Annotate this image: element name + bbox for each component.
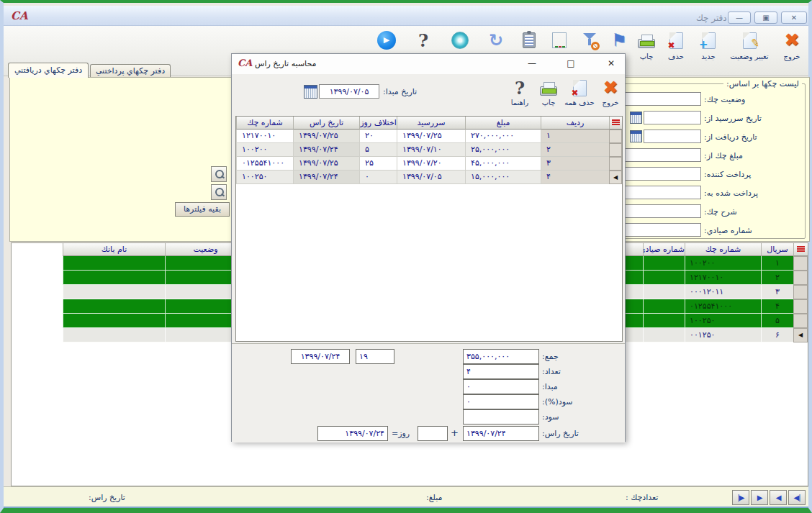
count-value[interactable] — [463, 364, 539, 379]
profit-percent-value[interactable] — [463, 394, 539, 409]
maximize-button[interactable]: ▣ — [754, 12, 777, 24]
row-selector[interactable] — [609, 130, 622, 143]
summary-days-box[interactable] — [356, 349, 394, 364]
amount-label: مبلغ: — [426, 493, 442, 502]
print-button[interactable]: چاپ — [633, 28, 660, 73]
origin-value[interactable] — [463, 379, 539, 394]
row-selector[interactable] — [793, 299, 808, 314]
check-amount-from-label: مبلغ چك از: — [704, 151, 805, 160]
nav-next-button[interactable]: ▶ — [751, 490, 768, 505]
profit-percent-label: سود(%): — [542, 397, 573, 407]
extra-days-box[interactable] — [418, 426, 448, 441]
profit-value[interactable] — [463, 409, 539, 425]
dialog-delete-all-button[interactable]: ✖ حذف همه — [563, 77, 596, 113]
filter-group-title: ليست چكها بر اساس: — [723, 79, 802, 88]
dialog-ras-date-label: تاريخ راس: — [542, 429, 579, 438]
dialog-print-button[interactable]: چاپ — [536, 77, 561, 113]
col-day-diff[interactable]: اختلاف روز — [359, 117, 397, 130]
ras-table-header: رديف مبلغ سررسيد اختلاف روز تاريخ راس شم… — [236, 117, 622, 130]
check-description-label: شرح چك: — [704, 207, 805, 217]
row-selector[interactable] — [609, 143, 622, 157]
refresh-icon — [489, 30, 503, 50]
tab-payable-checks[interactable]: دفتر چكهاي پرداختني — [90, 64, 171, 78]
cd-disc-icon — [451, 32, 469, 49]
exit-x-icon — [785, 31, 800, 50]
search-button-1[interactable] — [211, 166, 227, 182]
receive-date-from-field[interactable] — [644, 130, 701, 143]
dialog-help-button[interactable]: راهنما — [505, 77, 534, 113]
dialog-logo: CA — [238, 58, 252, 68]
origin-label: مبدا: — [542, 382, 558, 391]
dialog-minimize-button[interactable]: — — [520, 58, 544, 71]
delete-button[interactable]: ✖ حذف — [662, 28, 690, 73]
dialog-title: محاسبه تاريخ راس — [255, 59, 316, 68]
current-row-marker[interactable]: ◀ — [609, 171, 622, 184]
col-check-no[interactable]: شماره چك — [236, 117, 293, 130]
nav-first-button[interactable]: |◀ — [788, 490, 806, 505]
no-sign-icon — [591, 42, 600, 50]
dialog-title-bar: CA محاسبه تاريخ راس — □ ✕ — [232, 54, 625, 74]
delete-all-document-icon: ✖ — [573, 80, 587, 96]
app-logo: CA — [11, 9, 28, 22]
dialog-question-mark-icon — [515, 78, 525, 99]
row-selector[interactable] — [609, 157, 622, 171]
new-button[interactable]: + جديد — [692, 28, 725, 73]
row-selector[interactable] — [793, 271, 808, 285]
result-date-box[interactable] — [317, 426, 388, 441]
question-mark-icon — [418, 30, 428, 51]
payer-label: پرداخت كننده: — [704, 170, 805, 179]
plus-sign: + — [451, 427, 459, 438]
more-filters-button[interactable]: بقيه فيلترها — [175, 202, 230, 217]
check-count-label: تعدادچك : — [626, 493, 658, 502]
red-filter-icon — [612, 119, 620, 126]
ras-date-dialog: CA محاسبه تاريخ راس — □ ✕ خروج ✖ حذف همه… — [231, 53, 626, 442]
origin-date-calculator-icon[interactable] — [304, 85, 317, 99]
check-status-label: وضعيت چك: — [704, 95, 805, 104]
current-row-marker[interactable]: ◀ — [793, 328, 808, 342]
col-serial[interactable]: سريال — [761, 243, 793, 256]
col-radif[interactable]: رديف — [541, 117, 609, 130]
nav-last-button[interactable]: ▶| — [732, 490, 749, 505]
ras-header-filter-cell[interactable] — [609, 117, 622, 130]
close-button[interactable]: ✕ — [781, 12, 807, 24]
nav-prev-button[interactable]: ◀ — [770, 490, 787, 505]
col-sayad-number[interactable]: شماره صيادي — [643, 243, 685, 256]
due-date-from-field[interactable] — [644, 111, 701, 124]
dialog-close-button[interactable]: ✕ — [599, 58, 623, 71]
minimize-button[interactable]: — — [728, 12, 751, 24]
due-date-calendar-icon[interactable] — [630, 112, 642, 124]
col-ras-date[interactable]: تاريخ راس — [293, 117, 359, 130]
receive-date-calendar-icon[interactable] — [630, 130, 642, 142]
ras-row[interactable]: ۲ ۲۵,۰۰۰,۰۰۰ ۱۳۹۹/۰۷/۱۰ ۵ ۱۳۹۹/۰۷/۲۴ ۱۰۰… — [236, 143, 622, 157]
receive-date-from-label: تاريخ دريافت از: — [704, 132, 805, 142]
col-due[interactable]: سررسيد — [397, 117, 465, 130]
filter-funnel-icon — [582, 32, 597, 48]
header-filter-cell[interactable] — [793, 243, 808, 256]
paid-to-label: پرداخت شده به: — [704, 189, 805, 198]
search-button-2[interactable] — [211, 184, 227, 200]
origin-date-field[interactable] — [319, 84, 379, 99]
ras-row-selected[interactable]: ◀ ۴ ۱۵,۰۰۰,۰۰۰ ۱۳۹۹/۰۷/۰۵ ۰ ۱۳۹۹/۰۷/۲۴ ۱… — [236, 171, 622, 184]
col-amount[interactable]: مبلغ — [465, 117, 541, 130]
printer-icon — [638, 39, 655, 48]
sum-value[interactable] — [463, 349, 539, 364]
title-bar: CA دفتر چك — ▣ ✕ — [4, 6, 808, 26]
row-selector[interactable] — [793, 256, 808, 271]
tab-receivable-checks[interactable]: دفتر چكهاي دريافتني — [8, 63, 89, 78]
exit-button[interactable]: خروج — [772, 28, 811, 73]
dialog-maximize-button[interactable]: □ — [559, 58, 583, 71]
change-status-button[interactable]: ✎ تغيير وضعيت — [726, 28, 772, 73]
count-label: تعداد: — [542, 367, 561, 376]
ras-row[interactable]: ۳ ۴۵,۰۰۰,۰۰۰ ۱۳۹۹/۰۷/۲۰ ۲۵ ۱۳۹۹/۰۷/۲۵ ۰۱… — [236, 157, 622, 171]
row-selector[interactable] — [793, 285, 808, 299]
row-selector[interactable] — [793, 314, 808, 328]
days-equals-label: روز= — [392, 429, 410, 438]
delete-document-icon: ✖ — [669, 32, 683, 49]
dialog-exit-button[interactable]: خروج — [596, 77, 625, 113]
dialog-ras-date-value[interactable] — [463, 426, 539, 441]
summary-date-box[interactable] — [291, 349, 350, 364]
col-check-number[interactable]: شماره چك — [685, 243, 761, 256]
col-bank-name[interactable]: نام بانك — [63, 243, 165, 256]
ras-row[interactable]: ۱ ۲۷۰,۰۰۰,۰۰۰ ۱۳۹۹/۰۷/۲۵ ۲۰ ۱۳۹۹/۰۷/۲۵ ۱… — [236, 130, 622, 143]
ras-table: رديف مبلغ سررسيد اختلاف روز تاريخ راس شم… — [235, 116, 623, 342]
